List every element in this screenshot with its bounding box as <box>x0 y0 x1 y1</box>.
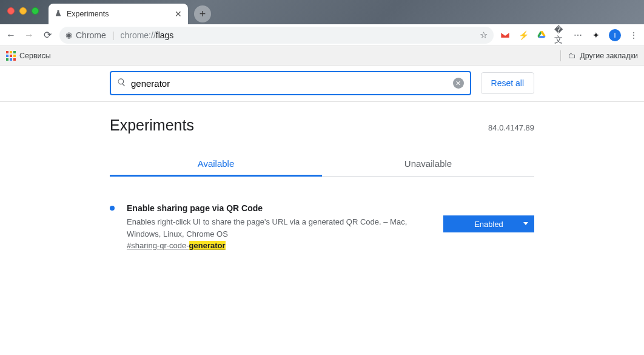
close-tab-icon[interactable]: ✕ <box>175 9 182 19</box>
close-window-icon[interactable] <box>7 7 15 15</box>
minimize-window-icon[interactable] <box>19 7 27 15</box>
back-button[interactable]: ← <box>5 30 17 41</box>
extension-icons: ⚡ �文 ⋯ ✦ I ⋮ <box>500 29 639 41</box>
flask-icon <box>55 10 62 19</box>
new-tab-button[interactable]: + <box>194 5 211 22</box>
modified-dot-icon <box>110 206 115 211</box>
bookmark-bar: Сервисы 🗀 Другие закладки <box>0 46 644 66</box>
reset-all-button[interactable]: Reset all <box>481 72 534 94</box>
tab-strip: Experiments ✕ + <box>0 0 644 24</box>
apps-icon[interactable] <box>6 51 16 61</box>
bolt-icon[interactable]: ⚡ <box>518 30 529 41</box>
tabs: Available Unavailable <box>110 152 534 177</box>
flag-entry: Enable sharing page via QR Code Enables … <box>110 202 534 252</box>
toolbar: ← → ⟳ ◉ Chrome | chrome://flags ☆ ⚡ �文 ⋯… <box>0 24 644 46</box>
bookmark-services[interactable]: Сервисы <box>19 52 51 60</box>
window-controls <box>7 7 39 15</box>
bookmark-star-icon[interactable]: ☆ <box>480 30 488 41</box>
forward-button: → <box>23 30 35 41</box>
reload-button[interactable]: ⟳ <box>41 29 53 41</box>
page-title: Experiments <box>110 117 194 134</box>
version-label: 84.0.4147.89 <box>488 123 534 132</box>
extensions-puzzle-icon[interactable]: ✦ <box>591 30 602 41</box>
tab-unavailable[interactable]: Unavailable <box>322 152 534 176</box>
clear-search-icon[interactable]: ✕ <box>453 78 464 89</box>
flag-state-label: Enabled <box>474 220 503 229</box>
omnibox-prefix: Chrome <box>76 30 106 40</box>
omnibox[interactable]: ◉ Chrome | chrome://flags ☆ <box>59 27 494 44</box>
other-bookmarks[interactable]: 🗀 Другие закладки <box>560 50 638 61</box>
omnibox-separator: | <box>112 30 115 40</box>
gmail-icon[interactable] <box>500 30 511 41</box>
translate-icon[interactable]: �文 <box>554 30 565 41</box>
flag-description: Enables right-click UI to share the page… <box>127 216 431 240</box>
drive-icon[interactable] <box>536 30 547 41</box>
folder-icon: 🗀 <box>568 52 576 60</box>
flag-state-select[interactable]: Enabled <box>443 215 534 232</box>
chrome-icon: ◉ <box>65 30 72 39</box>
search-input[interactable] <box>131 78 448 89</box>
tab-available[interactable]: Available <box>110 152 322 177</box>
search-flags-box[interactable]: ✕ <box>110 71 471 95</box>
page-content: ✕ Reset all Experiments 84.0.4147.89 Ava… <box>0 66 644 252</box>
search-icon <box>117 78 126 89</box>
maximize-window-icon[interactable] <box>32 7 39 15</box>
menu-icon[interactable]: ⋮ <box>628 30 639 41</box>
tab-title: Experiments <box>67 10 109 18</box>
extension-icon[interactable]: ⋯ <box>572 30 583 41</box>
divider <box>0 101 644 102</box>
flag-title: Enable sharing page via QR Code <box>127 202 431 215</box>
omnibox-url: chrome://flags <box>120 30 173 40</box>
site-info[interactable]: ◉ Chrome <box>65 30 106 40</box>
other-bookmarks-label: Другие закладки <box>580 52 638 60</box>
flag-hash-link[interactable]: #sharing-qr-code-generator <box>127 241 226 250</box>
browser-tab[interactable]: Experiments ✕ <box>49 4 188 24</box>
profile-avatar[interactable]: I <box>609 29 621 41</box>
